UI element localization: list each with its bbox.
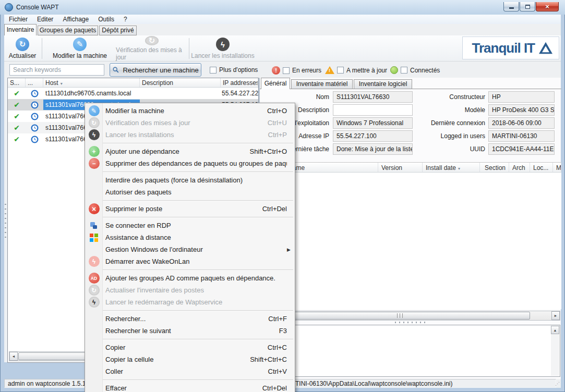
tab-inventaire-logiciel[interactable]: Inventaire logiciel — [354, 79, 412, 89]
menu-item-autoriser-paquets[interactable]: Autoriser des paquets — [85, 186, 295, 198]
checkbox-icon[interactable] — [283, 67, 290, 74]
menu-item-rechercher-suivant[interactable]: Rechercher le suivant F3 — [85, 325, 295, 337]
field-constructeur: HP — [488, 91, 555, 103]
logo-triangle-icon — [538, 41, 554, 55]
scroll-left-icon[interactable]: ◄ — [9, 352, 18, 361]
menu-item-supprimer-poste[interactable]: × Supprimer le poste Ctrl+Del — [85, 203, 295, 215]
delete-icon: × — [89, 203, 100, 214]
menu-help[interactable]: ? — [119, 16, 132, 23]
wol-lightning-icon: ϟ — [89, 256, 100, 267]
lightning-icon: ϟ — [216, 38, 230, 51]
column-host[interactable]: Host▾ — [43, 78, 140, 87]
resize-grip[interactable]: ⋰ — [555, 381, 560, 386]
app-icon — [5, 3, 13, 11]
column-section[interactable]: Section — [480, 163, 509, 172]
column-arch[interactable]: Arch — [509, 163, 530, 172]
field-description[interactable] — [333, 104, 413, 116]
search-row: Rechercher une machine Plus d'options ! … — [4, 62, 561, 78]
menu-item-actualiser-inventaire[interactable]: ↻ Actualiser l'inventaire des postes — [85, 284, 295, 296]
horizontal-splitter-grip[interactable] — [395, 322, 426, 323]
column-ip[interactable]: IP addresses — [221, 78, 258, 87]
rechercher-machine-button[interactable]: Rechercher une machine — [110, 63, 201, 77]
connectes-filter[interactable]: Connectés — [390, 66, 440, 74]
label-derniere-connexion: Dernière connexion — [414, 117, 485, 127]
scroll-right-icon[interactable]: ► — [551, 311, 560, 320]
package-table-header: Package name Version Install date▾ Secti… — [260, 162, 561, 173]
check-icon: ✔ — [14, 101, 20, 108]
menu-outils[interactable]: Outils — [93, 16, 119, 23]
label-nom: Nom — [260, 91, 329, 101]
field-systeme-exploitation: Windows 7 Professional — [333, 117, 413, 129]
column-status[interactable]: S... — [8, 78, 26, 87]
menu-item-verification-mises-a-jour[interactable]: ↻ Vérification des mises à jour Ctrl+U — [85, 117, 295, 129]
clock-icon — [31, 124, 39, 132]
maximize-icon — [525, 5, 530, 9]
column-loc[interactable]: Loc... — [530, 163, 553, 172]
splitter-grip — [5, 203, 6, 238]
menu-item-interdire-paquets[interactable]: Interdire des paquets (force la désinsta… — [85, 174, 295, 186]
menu-separator — [85, 169, 295, 174]
refresh-gray-icon: ↻ — [89, 117, 100, 128]
lancer-installations-button[interactable]: ϟ Lancer les installations — [191, 36, 255, 60]
column-reachable[interactable]: ... — [26, 78, 43, 87]
menu-item-modifier-machine[interactable]: ✎ Modifier la machine Ctrl+O — [85, 105, 295, 117]
verification-mises-a-jour-button[interactable]: ↻ Vérification des mises à jour — [116, 36, 188, 60]
column-description[interactable]: Description — [140, 78, 221, 87]
column-version[interactable]: Version — [378, 163, 423, 172]
tab-inventaire[interactable]: Inventaire — [4, 24, 37, 35]
tab-inventaire-materiel[interactable]: Inventaire matériel — [291, 79, 353, 89]
minimize-icon — [509, 7, 514, 9]
menu-fichier[interactable]: Fichier — [4, 16, 32, 23]
menu-item-gestion-windows[interactable]: Gestion Windows de l'ordinateur ▶ — [85, 243, 295, 255]
scrollbar-thumb[interactable] — [270, 312, 530, 320]
menu-affichage[interactable]: Affichage — [58, 16, 93, 23]
checkbox-icon[interactable] — [337, 67, 344, 74]
menu-item-connecter-rdp[interactable]: Se connecter en RDP — [85, 219, 295, 231]
label-logged-in-users: Logged in users — [414, 130, 485, 140]
search-input[interactable] — [9, 64, 104, 76]
checkbox-icon[interactable] — [401, 67, 407, 74]
en-erreurs-filter[interactable]: ! En erreurs — [272, 66, 321, 75]
menu-item-copier-cellule[interactable]: Copier la cellule Shift+Ctrl+C — [85, 353, 295, 365]
menu-editer[interactable]: Editer — [32, 16, 58, 23]
modifier-machine-button[interactable]: ✎ Modifier la machine — [44, 36, 116, 60]
vertical-scrollbar[interactable]: ▲ — [551, 326, 559, 376]
scroll-up-icon[interactable]: ▲ — [551, 326, 559, 334]
actualiser-button[interactable]: ↻ Actualiser — [5, 36, 40, 60]
clock-icon — [31, 90, 39, 97]
checkbox-icon[interactable] — [210, 67, 217, 74]
menu-item-wakeonlan[interactable]: ϟ Démarrer avec WakeOnLan — [85, 255, 295, 267]
title-bar[interactable]: Console WAPT × — [0, 0, 565, 15]
close-button[interactable]: × — [536, 2, 559, 11]
menu-bar: Fichier Editer Affichage Outils ? — [4, 15, 561, 24]
menu-item-ajouter-groupes-ad[interactable]: AD Ajouter les groupes AD comme paquets … — [85, 272, 295, 284]
column-install-date[interactable]: Install date▾ — [423, 163, 480, 172]
tab-depot-prive[interactable]: Dépôt privé — [99, 26, 137, 35]
menu-item-coller[interactable]: Coller Ctrl+V — [85, 365, 295, 377]
menu-item-assistance-distance[interactable]: Assistance à distance — [85, 231, 295, 243]
plus-options-checkbox[interactable]: Plus d'options — [210, 66, 258, 74]
sort-arrow-icon: ▾ — [61, 81, 63, 86]
menu-item-ajouter-dependance[interactable]: + Ajouter une dépendance Shift+Ctrl+O — [85, 145, 295, 157]
menu-item-supprimer-dependances[interactable]: − Supprimer des dépendances de paquets o… — [85, 157, 295, 169]
menu-item-lancer-installations[interactable]: ϟ Lancer les installations Ctrl+P — [85, 129, 295, 141]
menu-item-rechercher[interactable]: Rechercher... Ctrl+F — [85, 313, 295, 325]
menu-item-effacer[interactable]: Effacer Ctrl+Del — [85, 382, 295, 392]
window-title: Console WAPT — [16, 4, 59, 11]
menu-item-copier[interactable]: Copier Ctrl+C — [85, 341, 295, 353]
maximize-button[interactable] — [520, 2, 535, 11]
menu-item-redemarrage-waptservice[interactable]: ϟ Lancer le redémarrage de Waptservice — [85, 296, 295, 308]
windows-logo-icon — [90, 234, 98, 242]
column-m[interactable]: M — [553, 163, 561, 172]
table-row[interactable]: ✔ t111301dhc96705.cnamts.local 55.54.227… — [8, 88, 258, 99]
package-horizontal-scrollbar[interactable]: ◄ ► — [261, 311, 560, 321]
minimize-button[interactable] — [503, 2, 519, 11]
tab-general[interactable]: Général — [261, 78, 290, 89]
field-uuid: 1CDC941E-AA44-11E6-9C43 — [488, 143, 555, 155]
error-icon: ! — [272, 66, 280, 75]
menu-separator — [85, 198, 295, 203]
a-mettre-a-jour-filter[interactable]: ! A mettre à jour — [325, 66, 387, 74]
tab-groupes-de-paquets[interactable]: Groupes de paquets — [38, 26, 98, 35]
menu-separator — [85, 337, 295, 341]
menu-separator — [85, 215, 295, 219]
